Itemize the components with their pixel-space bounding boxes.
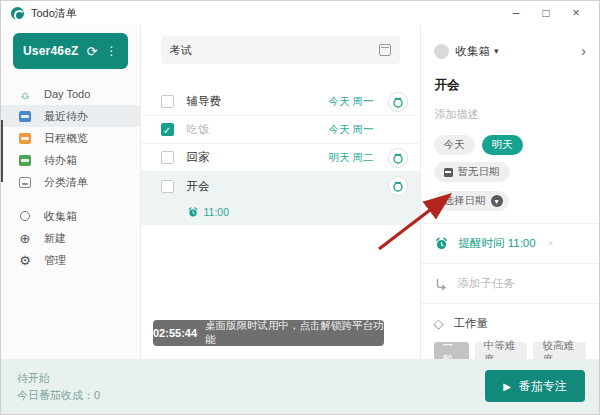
trial-toast[interactable]: 02:55:44 桌面版限时试用中，点击解锁跨平台功能 [153,320,384,346]
sidebar-item-schedule-overview[interactable]: 日程概览 [1,127,140,149]
user-menu-icon[interactable]: ⋮ [106,44,118,58]
task-detail-panel: 收集箱 ▾ › 开会 添加描述 今天 明天 暂无日期 选择日期 ▾ [420,25,599,361]
plus-circle-icon: ⊕ [18,231,32,246]
calendar-blue-icon [18,111,32,122]
status-text: 待开始 [17,370,100,387]
username: User46eZ [23,44,87,58]
collection-label: 收集箱 [456,44,491,59]
reminder-time-label: 提醒时间 11:00 [459,236,536,251]
bottom-bar: 待开始 今日番茄收成：0 ▶ 番茄专注 [1,359,600,414]
checkbox-unchecked[interactable] [161,95,174,108]
alarm-icon [434,236,449,251]
todo-row-chifan[interactable]: ✓ 吃饭 今天 周一 [141,116,420,144]
todo-date: 今天 周一 [329,123,374,137]
task-description-placeholder[interactable]: 添加描述 [435,107,586,122]
calendar-icon[interactable] [379,44,391,56]
pomodoro-icon[interactable] [388,148,408,168]
sidebar-item-day-todo[interactable]: ☼ Day Todo [1,83,140,105]
caret-down-icon[interactable]: ▾ [494,46,499,56]
new-todo-input[interactable] [170,44,379,56]
sidebar: User46eZ ⟳ ⋮ ☼ Day Todo 最近待办 日程概览 待办箱 [1,25,141,361]
circle-icon [18,211,32,221]
checkbox-checked[interactable]: ✓ [161,123,174,136]
window-title: Todo清单 [31,6,77,21]
task-title[interactable]: 开会 [435,77,586,94]
list-icon [18,177,32,188]
user-account-button[interactable]: User46eZ ⟳ ⋮ [13,33,128,69]
trial-message: 桌面版限时试用中，点击解锁跨平台功能 [205,319,384,347]
todo-reminder-subrow: 11:00 [141,200,420,224]
chip-label: 暂无日期 [458,165,500,179]
sidebar-item-label: 分类清单 [44,175,88,190]
workload-row: ◇ 工作量 [434,316,586,331]
pomodoro-focus-button[interactable]: ▶ 番茄专注 [485,370,585,402]
maximize-button[interactable]: □ [531,6,561,20]
divider [421,263,599,264]
box-green-icon [18,155,32,166]
sun-icon: ☼ [18,87,32,102]
checkbox-unchecked[interactable] [161,151,174,164]
todo-label: 吃饭 [187,122,329,137]
sidebar-item-new[interactable]: ⊕ 新建 [1,227,140,249]
pomodoro-icon[interactable] [388,92,408,112]
todo-row-kaihui-selected[interactable]: 开会 11:00 [141,172,420,225]
trial-countdown: 02:55:44 [153,327,197,339]
todo-date: 今天 周一 [329,95,374,109]
collection-avatar [434,44,449,59]
sidebar-item-manage[interactable]: ⚙ 管理 [1,249,140,271]
add-subtask-label: 添加子任务 [458,276,516,291]
chip-label: 选择日期 [444,194,486,208]
todo-row-huijia[interactable]: 回家 明天 周二 [141,144,420,172]
alarm-icon [187,206,199,218]
collapse-panel-icon[interactable]: › [581,43,586,59]
sidebar-item-label: 最近待办 [44,109,88,124]
sidebar-item-category-lists[interactable]: 分类清单 [1,171,140,193]
sidebar-item-inbox[interactable]: 收集箱 [1,205,140,227]
sidebar-item-todo-box[interactable]: 待办箱 [1,149,140,171]
todo-list: 辅导费 今天 周一 ✓ 吃饭 今天 周一 回家 明天 周二 [141,88,420,225]
todo-date: 明天 周二 [329,151,374,165]
chip-select-date[interactable]: 选择日期 ▾ [434,191,509,211]
todo-label: 辅导费 [187,94,329,109]
collection-selector[interactable]: 收集箱 ▾ › [434,31,586,71]
minimize-button[interactable]: – [501,6,531,20]
sidebar-item-label: 待办箱 [44,153,77,168]
sidebar-item-label: 管理 [44,253,66,268]
sidebar-item-label: Day Todo [44,88,90,100]
chip-today[interactable]: 今天 [434,135,475,155]
new-todo-input-wrap [161,36,400,64]
gear-icon: ⚙ [18,253,32,268]
reminder-row[interactable]: 提醒时间 11:00 × [434,236,586,251]
chip-no-date[interactable]: 暂无日期 [434,162,510,182]
sidebar-divider [1,193,140,205]
main-content: User46eZ ⟳ ⋮ ☼ Day Todo 最近待办 日程概览 待办箱 [1,25,599,361]
caret-down-circle-icon: ▾ [491,195,503,207]
sidebar-scrollbar[interactable] [1,120,3,182]
focus-button-label: 番茄专注 [519,378,567,395]
checkbox-unchecked[interactable] [161,180,174,193]
sidebar-item-recent-todos[interactable]: 最近待办 [1,105,140,127]
calendar-orange-icon [18,133,32,144]
sidebar-item-label: 新建 [44,231,66,246]
divider [421,303,599,304]
todo-label: 开会 [187,179,388,194]
app-logo-icon [11,7,24,20]
pomodoro-status: 待开始 今日番茄收成：0 [17,370,100,404]
calendar-small-icon [444,168,453,177]
chip-tomorrow[interactable]: 明天 [482,135,523,155]
sync-icon[interactable]: ⟳ [87,44,98,59]
clear-reminder-icon[interactable]: × [548,238,554,249]
add-subtask-row[interactable]: 添加子任务 [434,276,586,291]
todo-list-panel: 辅导费 今天 周一 ✓ 吃饭 今天 周一 回家 明天 周二 [141,25,420,361]
harvest-text: 今日番茄收成：0 [17,387,100,404]
window-controls: – □ × [501,6,591,20]
subtask-icon [434,277,448,291]
todo-label: 回家 [187,150,329,165]
app-window: Todo清单 – □ × User46eZ ⟳ ⋮ ☼ Day Todo 最近待… [0,0,600,415]
close-button[interactable]: × [561,6,591,20]
reminder-time: 11:00 [204,206,230,218]
pomodoro-icon[interactable] [388,176,408,196]
todo-row-fudaofei[interactable]: 辅导费 今天 周一 [141,88,420,116]
workload-label: 工作量 [454,316,489,331]
sidebar-item-label: 收集箱 [44,209,77,224]
